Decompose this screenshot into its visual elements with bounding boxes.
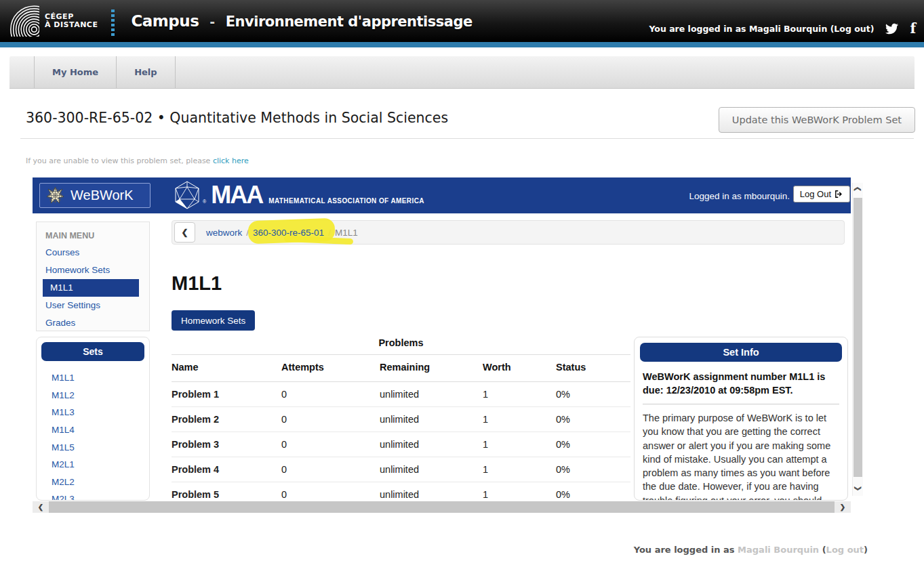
set-info-divider	[643, 404, 839, 404]
attempts-value: 0	[281, 457, 380, 482]
maa-logo[interactable]: ® MAA MATHEMATICAL ASSOCIATION OF AMERIC…	[172, 180, 424, 210]
col-remaining: Remaining	[380, 355, 483, 382]
set-heading: M1L1	[172, 272, 222, 295]
breadcrumb-course-label: 360-300-re-65-01	[253, 228, 324, 238]
logout-button-label: Log Out	[800, 189, 831, 199]
maa-acronym: MAA	[211, 181, 262, 209]
menu-item-courses[interactable]: Courses	[37, 244, 149, 261]
scroll-down-icon[interactable]: ❮	[853, 482, 863, 495]
set-link-m1l5[interactable]: M1L5	[37, 438, 149, 456]
portal-header: CÉGEP À DISTANCE Campus - Environnement …	[0, 0, 924, 42]
scroll-right-icon[interactable]: ❯	[835, 503, 851, 511]
tab-my-home[interactable]: My Home	[34, 56, 117, 88]
portal-tabbar: My Home Help	[9, 56, 915, 89]
breadcrumb-root-link[interactable]: webwork	[206, 228, 242, 238]
set-link-m2l3[interactable]: M2L3	[37, 490, 149, 501]
twitter-icon[interactable]	[884, 22, 900, 35]
footer-logout-link[interactable]: Log out	[826, 545, 864, 555]
menu-item-m1l1-active[interactable]: M1L1	[43, 279, 139, 297]
worth-value: 1	[483, 432, 556, 457]
fallback-notice-text: If you are unable to view this problem s…	[26, 156, 210, 165]
problem-link[interactable]: Problem 3	[172, 432, 281, 457]
remaining-value: unlimited	[380, 407, 483, 432]
fallback-notice-link[interactable]: click here	[213, 156, 249, 165]
breadcrumb: ❮ webwork / 360-300-re-65-01 / M1L1	[172, 220, 845, 245]
maa-registered-mark: ®	[203, 199, 206, 204]
maa-full-name: MATHEMATICAL ASSOCIATION OF AMERICA	[268, 197, 424, 205]
problems-table-container: Problems Name Attempts Remaining Worth S…	[172, 337, 630, 507]
col-name: Name	[172, 355, 281, 382]
worth-value: 1	[483, 382, 556, 407]
title-divider	[20, 138, 914, 139]
remaining-value: unlimited	[380, 382, 483, 407]
tab-help[interactable]: Help	[117, 56, 175, 88]
table-row: Problem 2 0 unlimited 1 0%	[172, 407, 630, 432]
homework-sets-button[interactable]: Homework Sets	[172, 310, 255, 331]
cegep-logo-text: CÉGEP À DISTANCE	[45, 13, 98, 29]
breadcrumb-trail: webwork / 360-300-re-65-01 / M1L1	[206, 228, 358, 238]
back-button[interactable]: ❮	[174, 222, 195, 243]
logout-icon	[835, 190, 843, 198]
header-login-status[interactable]: You are logged in as Magali Bourquin (Lo…	[649, 24, 874, 34]
attempts-value: 0	[281, 432, 380, 457]
remaining-value: unlimited	[380, 457, 483, 482]
breadcrumb-separator: /	[246, 228, 249, 238]
breadcrumb-course-link[interactable]: 360-300-re-65-01	[253, 228, 324, 238]
webwork-logo-label: WeBWorK	[71, 188, 134, 203]
main-menu-title: MAIN MENU	[37, 228, 149, 244]
attempts-value: 0	[281, 407, 380, 432]
problem-link[interactable]: Problem 4	[172, 457, 281, 482]
sets-panel-title: Sets	[41, 342, 144, 361]
attempts-value: 0	[281, 382, 380, 407]
menu-item-grades[interactable]: Grades	[37, 314, 149, 332]
footer-login-status: You are logged in as Magali Bourquin (Lo…	[634, 545, 868, 555]
remaining-value: unlimited	[380, 432, 483, 457]
set-link-m2l1[interactable]: M2L1	[37, 456, 149, 474]
set-info-panel: Set Info WeBWorK assignment number M1L1 …	[634, 337, 848, 501]
accent-bar	[0, 42, 924, 47]
cegep-logo-icon	[8, 5, 39, 37]
header-right: You are logged in as Magali Bourquin (Lo…	[649, 20, 916, 37]
table-header-row: Name Attempts Remaining Worth Status	[172, 355, 630, 382]
col-worth: Worth	[483, 355, 556, 382]
breadcrumb-separator: /	[328, 228, 331, 238]
table-row: Problem 3 0 unlimited 1 0%	[172, 432, 630, 457]
scroll-left-icon[interactable]: ❮	[33, 503, 49, 511]
footer-username: Magali Bourquin	[738, 545, 819, 555]
sets-panel: Sets M1L1 M1L2 M1L3 M1L4 M1L5 M2L1 M2L2 …	[36, 337, 150, 501]
vertical-scrollbar-thumb[interactable]	[853, 198, 862, 477]
webwork-login-status: Logged in as mbourquin.	[689, 191, 790, 201]
logout-button[interactable]: Log Out	[793, 186, 850, 203]
menu-item-homework-sets[interactable]: Homework Sets	[37, 261, 149, 279]
brand-separator: -	[209, 14, 214, 29]
set-link-m2l2[interactable]: M2L2	[37, 474, 149, 491]
table-row: Problem 4 0 unlimited 1 0%	[172, 457, 630, 482]
cegep-logo-line2: À DISTANCE	[45, 21, 98, 29]
set-link-m1l2[interactable]: M1L2	[37, 387, 149, 404]
chevron-left-icon: ❮	[181, 228, 188, 237]
fallback-notice: If you are unable to view this problem s…	[26, 156, 249, 165]
set-link-m1l1[interactable]: M1L1	[37, 369, 149, 387]
set-link-m1l4[interactable]: M1L4	[37, 421, 149, 439]
webwork-header: WeBWorK ® MAA MATHEMATICAL ASSOCIAT	[33, 177, 851, 213]
worth-value: 1	[483, 457, 556, 482]
maa-icosahedron-icon	[172, 180, 202, 210]
set-info-title: Set Info	[640, 343, 842, 362]
set-info-description: The primary purpose of WeBWorK is to let…	[635, 411, 847, 501]
cegep-logo[interactable]: CÉGEP À DISTANCE	[8, 5, 98, 37]
facebook-icon[interactable]: f	[910, 20, 916, 37]
scroll-up-icon[interactable]: ❮	[853, 183, 863, 195]
set-link-m1l3[interactable]: M1L3	[37, 404, 149, 421]
webwork-logo[interactable]: WeBWorK	[39, 183, 150, 208]
brand-subtitle: Environnement d'apprentissage	[226, 14, 473, 30]
col-attempts: Attempts	[281, 355, 380, 382]
table-row: Problem 1 0 unlimited 1 0%	[172, 382, 630, 407]
horizontal-scrollbar-thumb[interactable]	[49, 501, 835, 513]
update-problem-set-button[interactable]: Update this WeBWorK Problem Set	[719, 107, 915, 133]
menu-item-user-settings[interactable]: User Settings	[37, 297, 149, 314]
col-status: Status	[556, 355, 630, 382]
problem-link[interactable]: Problem 2	[172, 407, 281, 432]
status-value: 0%	[556, 382, 630, 407]
spiderweb-icon	[46, 186, 64, 205]
problem-link[interactable]: Problem 1	[172, 382, 281, 407]
